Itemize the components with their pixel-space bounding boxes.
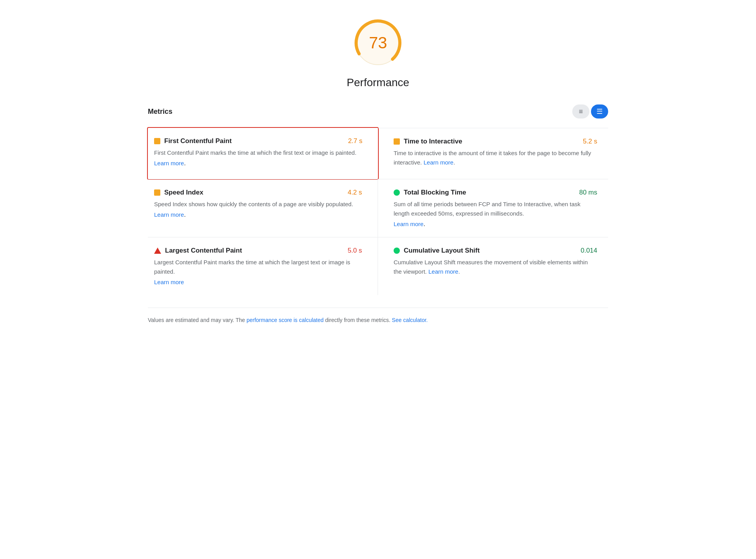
si-name: Speed Index: [164, 189, 203, 196]
detail-view-button[interactable]: ☰: [591, 104, 608, 119]
score-value: 73: [369, 34, 387, 52]
metric-lcp: Largest Contentful Paint 5.0 s Largest C…: [148, 237, 378, 295]
tbt-learn-more[interactable]: Learn more: [394, 221, 424, 227]
tti-description: Time to interactive is the amount of tim…: [394, 149, 597, 167]
tti-learn-more[interactable]: Learn more: [424, 159, 454, 166]
fcp-period: .: [184, 160, 186, 166]
tti-value: 5.2 s: [583, 138, 597, 145]
detail-icon: ☰: [596, 107, 603, 116]
metric-header-lcp: Largest Contentful Paint 5.0 s: [154, 247, 362, 255]
metric-cls: Cumulative Layout Shift 0.014 Cumulative…: [378, 237, 608, 295]
metric-header-fcp: First Contentful Paint 2.7 s: [154, 137, 362, 145]
si-description: Speed Index shows how quickly the conten…: [154, 200, 362, 209]
lcp-value: 5.0 s: [348, 247, 362, 255]
lcp-icon: [154, 248, 161, 254]
footer-calculator-link[interactable]: See calculator.: [392, 317, 428, 323]
metric-header-tbt: Total Blocking Time 80 ms: [394, 189, 597, 196]
lcp-learn-more[interactable]: Learn more: [154, 279, 184, 285]
view-toggle: ≡ ☰: [572, 104, 608, 119]
tbt-value: 80 ms: [579, 189, 597, 196]
tbt-name: Total Blocking Time: [404, 189, 466, 196]
fcp-learn-more[interactable]: Learn more: [154, 160, 184, 166]
cls-name: Cumulative Layout Shift: [404, 247, 480, 255]
metric-title-row-lcp: Largest Contentful Paint: [154, 247, 242, 255]
si-icon: [154, 189, 160, 196]
tti-name: Time to Interactive: [404, 138, 462, 145]
fcp-value: 2.7 s: [348, 137, 362, 145]
list-icon: ≡: [579, 108, 583, 116]
tbt-icon: [394, 189, 400, 196]
metric-si: Speed Index 4.2 s Speed Index shows how …: [148, 179, 378, 237]
cls-icon: [394, 248, 400, 254]
metric-title-row-si: Speed Index: [154, 189, 203, 196]
metric-title-row-cls: Cumulative Layout Shift: [394, 247, 480, 255]
si-period: .: [184, 211, 186, 218]
footer-perf-score-link[interactable]: performance score is calculated: [247, 317, 324, 323]
metrics-label: Metrics: [148, 108, 172, 116]
metric-title-row-fcp: First Contentful Paint: [154, 137, 232, 145]
cls-value: 0.014: [580, 247, 597, 255]
cls-learn-more[interactable]: Learn more: [428, 268, 458, 275]
cls-description: Cumulative Layout Shift measures the mov…: [394, 258, 597, 276]
lcp-name: Largest Contentful Paint: [165, 247, 242, 255]
fcp-name: First Contentful Paint: [164, 137, 232, 145]
metrics-header: Metrics ≡ ☰: [148, 104, 608, 122]
fcp-icon: [154, 138, 160, 144]
si-learn-more[interactable]: Learn more: [154, 211, 184, 218]
metric-tti: Time to Interactive 5.2 s Time to intera…: [378, 128, 608, 179]
footer: Values are estimated and may vary. The p…: [148, 308, 608, 324]
metrics-grid: First Contentful Paint 2.7 s First Conte…: [148, 128, 608, 295]
list-view-button[interactable]: ≡: [572, 104, 589, 119]
metric-title-row-tti: Time to Interactive: [394, 138, 462, 145]
footer-text-before: Values are estimated and may vary. The: [148, 317, 247, 323]
tbt-period: .: [424, 221, 425, 227]
metric-tbt: Total Blocking Time 80 ms Sum of all tim…: [378, 179, 608, 237]
lcp-description: Largest Contentful Paint marks the time …: [154, 258, 362, 276]
metric-header-tti: Time to Interactive 5.2 s: [394, 138, 597, 145]
score-section: 73 Performance: [148, 16, 608, 89]
metric-header-si: Speed Index 4.2 s: [154, 189, 362, 196]
metric-fcp: First Contentful Paint 2.7 s First Conte…: [147, 127, 379, 180]
si-value: 4.2 s: [348, 189, 362, 196]
score-circle: 73: [351, 16, 405, 70]
footer-text-middle: directly from these metrics.: [324, 317, 392, 323]
fcp-description: First Contentful Paint marks the time at…: [154, 148, 362, 157]
tbt-description: Sum of all time periods between FCP and …: [394, 200, 597, 218]
score-title: Performance: [347, 76, 409, 89]
metric-header-cls: Cumulative Layout Shift 0.014: [394, 247, 597, 255]
tti-icon: [394, 138, 400, 145]
metric-title-row-tbt: Total Blocking Time: [394, 189, 466, 196]
